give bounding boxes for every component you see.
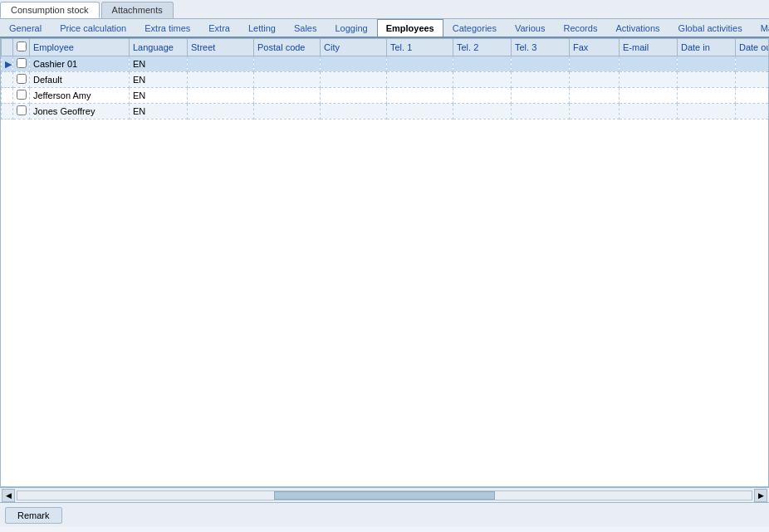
nav-tab-activations[interactable]: Activations [606, 19, 669, 37]
nav-tab-general[interactable]: General [0, 19, 51, 37]
employees-table: EmployeeLanguageStreetPostal codeCityTel… [1, 38, 769, 120]
cell-fax-2 [570, 88, 620, 104]
top-tabs-bar: Consumption stockAttachments [0, 0, 769, 19]
select-all-checkbox[interactable] [17, 41, 27, 51]
col-header-11: E-mail [620, 39, 678, 56]
cell-employee-1: Default [30, 72, 130, 88]
nav-tab-sales[interactable]: Sales [285, 19, 326, 37]
cell-tel3-0 [512, 56, 570, 72]
cell-date_out-2 [736, 88, 770, 104]
nav-tab-various[interactable]: Various [506, 19, 554, 37]
cell-date_out-0 [736, 56, 770, 72]
top-tab-1[interactable]: Attachments [101, 2, 174, 18]
nav-tab-global-activities[interactable]: Global activities [669, 19, 752, 37]
cell-employee-3: Jones Geoffrey [30, 104, 130, 120]
nav-tab-price-calculation[interactable]: Price calculation [51, 19, 135, 37]
col-header-1 [13, 39, 30, 56]
cell-tel2-1 [453, 72, 512, 88]
cell-email-2 [620, 88, 678, 104]
col-header-12: Date in [678, 39, 736, 56]
cell-email-0 [620, 56, 678, 72]
cell-fax-3 [570, 104, 620, 120]
col-header-4: Street [188, 39, 254, 56]
table-row[interactable]: Jones GeoffreyEN [2, 104, 770, 120]
col-header-6: City [321, 39, 387, 56]
bottom-bar: Remark [0, 502, 769, 527]
cell-date_out-1 [736, 72, 770, 88]
cell-date_in-3 [678, 104, 736, 120]
row-arrow-3 [2, 104, 13, 120]
col-header-9: Tel. 3 [512, 39, 570, 56]
cell-date_in-2 [678, 88, 736, 104]
cell-tel2-3 [453, 104, 512, 120]
nav-tab-employees[interactable]: Employees [377, 19, 443, 38]
cell-city-2 [321, 88, 387, 104]
nav-tab-categories[interactable]: Categories [443, 19, 506, 37]
scroll-track[interactable] [17, 491, 752, 500]
col-header-3: Language [130, 39, 188, 56]
cell-language-0: EN [130, 56, 188, 72]
cell-date_out-3 [736, 104, 770, 120]
row-arrow-2 [2, 88, 13, 104]
row-arrow-1 [2, 72, 13, 88]
col-header-0 [2, 39, 13, 56]
cell-email-3 [620, 104, 678, 120]
cell-fax-1 [570, 72, 620, 88]
cell-postal_code-1 [254, 72, 321, 88]
nav-tab-letting[interactable]: Letting [239, 19, 285, 37]
cell-street-0 [188, 56, 254, 72]
table-row[interactable]: DefaultEN [2, 72, 770, 88]
col-header-13: Date out [736, 39, 770, 56]
row-arrow-0: ▶ [2, 56, 13, 72]
horizontal-scrollbar[interactable]: ◀ ▶ [0, 487, 769, 502]
cell-tel2-2 [453, 88, 512, 104]
scroll-left-button[interactable]: ◀ [2, 489, 15, 502]
cell-email-1 [620, 72, 678, 88]
nav-tab-maintenance[interactable]: Maintenance [752, 19, 769, 37]
top-tab-0[interactable]: Consumption stock [0, 2, 100, 18]
cell-employee-0: Cashier 01 [30, 56, 130, 72]
remark-button[interactable]: Remark [5, 507, 62, 524]
cell-fax-0 [570, 56, 620, 72]
cell-street-1 [188, 72, 254, 88]
nav-tab-extra[interactable]: Extra [199, 19, 239, 37]
cell-postal_code-3 [254, 104, 321, 120]
col-header-8: Tel. 2 [453, 39, 512, 56]
row-checkbox-1[interactable] [13, 72, 30, 88]
cell-city-1 [321, 72, 387, 88]
cell-city-3 [321, 104, 387, 120]
cell-tel3-3 [512, 104, 570, 120]
cell-street-3 [188, 104, 254, 120]
cell-tel1-1 [387, 72, 453, 88]
cell-tel1-0 [387, 56, 453, 72]
row-checkbox-3[interactable] [13, 104, 30, 120]
cell-postal_code-2 [254, 88, 321, 104]
col-header-5: Postal code [254, 39, 321, 56]
cell-language-3: EN [130, 104, 188, 120]
table-row[interactable]: Jefferson AmyEN [2, 88, 770, 104]
cell-date_in-1 [678, 72, 736, 88]
nav-tab-logging[interactable]: Logging [326, 19, 377, 37]
nav-tabs-bar: GeneralPrice calculationExtra timesExtra… [0, 19, 769, 38]
table-row[interactable]: ▶Cashier 01EN [2, 56, 770, 72]
cell-tel2-0 [453, 56, 512, 72]
employees-table-container: EmployeeLanguageStreetPostal codeCityTel… [0, 38, 769, 487]
cell-language-1: EN [130, 72, 188, 88]
scroll-right-button[interactable]: ▶ [754, 489, 767, 502]
col-header-2: Employee [30, 39, 130, 56]
cell-tel3-1 [512, 72, 570, 88]
row-checkbox-0[interactable] [13, 56, 30, 72]
cell-postal_code-0 [254, 56, 321, 72]
nav-tab-extra-times[interactable]: Extra times [135, 19, 199, 37]
cell-street-2 [188, 88, 254, 104]
cell-tel1-2 [387, 88, 453, 104]
cell-tel1-3 [387, 104, 453, 120]
row-checkbox-2[interactable] [13, 88, 30, 104]
cell-employee-2: Jefferson Amy [30, 88, 130, 104]
scroll-thumb[interactable] [274, 491, 494, 500]
col-header-7: Tel. 1 [387, 39, 453, 56]
cell-tel3-2 [512, 88, 570, 104]
col-header-10: Fax [570, 39, 620, 56]
cell-language-2: EN [130, 88, 188, 104]
nav-tab-records[interactable]: Records [554, 19, 606, 37]
